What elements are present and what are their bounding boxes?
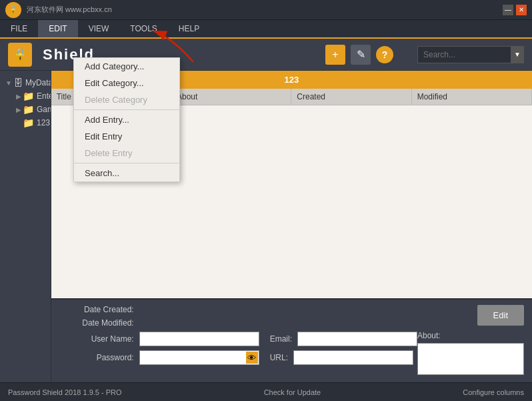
col-created: Created	[291, 89, 411, 105]
minimize-button[interactable]: —	[503, 5, 513, 15]
search-dropdown-button[interactable]: ▼	[511, 46, 524, 63]
configure-columns[interactable]: Configure columns	[463, 388, 524, 396]
edit-button[interactable]: ✎	[351, 45, 371, 65]
about-textarea[interactable]	[417, 343, 524, 375]
col-modified: Modified	[412, 89, 532, 105]
password-toggle-button[interactable]: 👁	[246, 352, 258, 364]
separator-1	[74, 109, 179, 110]
watermark-text: 河东软件网 www.pcbxx.cn	[27, 5, 112, 15]
dropdown-search[interactable]: Search...	[74, 165, 179, 181]
123-label: 123	[37, 118, 50, 127]
password-input[interactable]	[139, 350, 259, 365]
sidebar-item-games[interactable]: ▶ 📁 Games (1)	[13, 103, 48, 116]
folder-icon-123: 📁	[23, 117, 34, 128]
status-bar: Password Shield 2018 1.9.5 - PRO Check f…	[0, 382, 532, 401]
username-row: User Name: Email:	[59, 332, 417, 346]
menu-edit[interactable]: EDIT	[38, 20, 77, 37]
app-logo: 🔒	[5, 2, 21, 18]
separator-2	[74, 163, 179, 163]
tree-arrow-entertainment: ▶	[16, 93, 21, 100]
menu-file[interactable]: FILE	[0, 20, 38, 37]
menu-bar: FILE EDIT VIEW TOOLS HELP	[0, 20, 532, 39]
database-label: MyDatabas...	[25, 78, 51, 87]
detail-left: Date Created: Date Modified: User Name: …	[59, 305, 417, 377]
dropdown-edit-entry[interactable]: Edit Entry	[74, 128, 179, 145]
date-created-row: Date Created:	[59, 305, 417, 314]
about-label: About:	[417, 331, 524, 340]
tree-arrow-games: ▶	[16, 106, 21, 113]
dropdown-delete-category: Delete Category	[74, 91, 179, 108]
password-wrap: 👁	[139, 350, 259, 365]
tree-arrow-database: ▼	[5, 79, 12, 87]
search-box: ▼	[417, 46, 524, 63]
title-bar: 🔒 河东软件网 www.pcbxx.cn — ✕	[0, 0, 532, 20]
detail-right: Edit About:	[417, 305, 524, 377]
date-modified-row: Date Modified:	[59, 318, 417, 328]
about-section: About:	[417, 331, 524, 377]
search-input[interactable]	[417, 46, 524, 63]
close-button[interactable]: ✕	[516, 5, 527, 15]
add-button[interactable]: +	[325, 45, 345, 65]
app-version: Password Shield 2018 1.9.5 - PRO	[8, 388, 122, 396]
dropdown-add-category[interactable]: Add Category...	[74, 58, 179, 75]
database-icon: 🗄	[13, 77, 23, 88]
check-update[interactable]: Check for Update	[264, 388, 321, 396]
email-label: Email:	[270, 334, 292, 344]
dropdown-delete-entry: Delete Entry	[74, 145, 179, 161]
password-row: Password: 👁 URL:	[59, 350, 417, 365]
sidebar-item-entertainment[interactable]: ▶ 📁 Entertainment (1)	[13, 89, 48, 103]
edit-dropdown-menu: Add Category... Edit Category... Delete …	[73, 57, 180, 182]
folder-icon-entertainment: 📁	[23, 91, 34, 101]
menu-view[interactable]: VIEW	[78, 20, 120, 37]
username-label: User Name:	[59, 334, 139, 344]
password-label: Password:	[59, 353, 139, 362]
detail-main: Date Created: Date Modified: User Name: …	[59, 305, 524, 377]
detail-area: Date Created: Date Modified: User Name: …	[51, 298, 532, 382]
sidebar-item-123[interactable]: ▶ 📁 123	[13, 116, 48, 129]
edit-entry-button[interactable]: Edit	[477, 305, 524, 326]
url-input[interactable]	[293, 350, 413, 365]
entertainment-label: Entertainment (1)	[37, 91, 51, 101]
dropdown-edit-category[interactable]: Edit Category...	[74, 75, 179, 91]
sidebar: ▼ 🗄 MyDatabas... ▶ 📁 Entertainment (1) ▶…	[0, 71, 51, 382]
col-about: About	[171, 89, 291, 105]
email-input[interactable]	[297, 332, 417, 346]
date-created-label: Date Created:	[59, 305, 139, 314]
folder-icon-games: 📁	[23, 104, 34, 115]
games-label: Games (1)	[37, 105, 51, 114]
menu-help[interactable]: HELP	[168, 20, 210, 37]
sidebar-item-database[interactable]: ▼ 🗄 MyDatabas...	[3, 76, 48, 89]
menu-tools[interactable]: TOOLS	[119, 20, 167, 37]
date-modified-label: Date Modified:	[59, 318, 139, 328]
url-label: URL:	[270, 353, 288, 362]
dropdown-add-entry[interactable]: Add Entry...	[74, 111, 179, 128]
help-button[interactable]: ?	[376, 46, 393, 63]
window-controls: — ✕	[503, 5, 527, 15]
username-input[interactable]	[139, 332, 259, 346]
app-icon: 🔒	[8, 43, 32, 67]
